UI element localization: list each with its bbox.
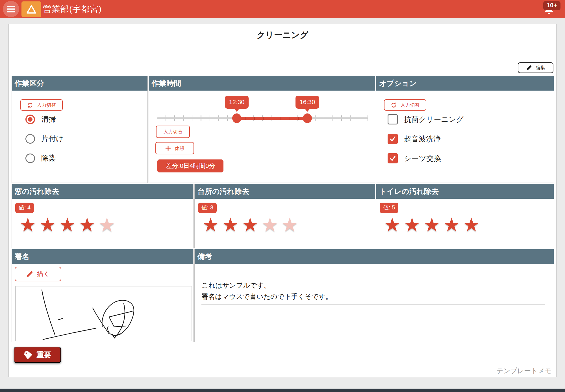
- star-icon[interactable]: ★: [463, 214, 483, 235]
- work-time-input-toggle-button[interactable]: 入力切替: [156, 126, 190, 138]
- star-icon[interactable]: ★: [281, 214, 301, 235]
- page-title: クリーニング: [9, 29, 556, 41]
- refresh-icon: [391, 102, 397, 108]
- app-title: 営業部(宇都宮): [43, 0, 102, 18]
- star-icon[interactable]: ★: [384, 214, 403, 235]
- work-category-input-toggle-button[interactable]: 入力切替: [20, 99, 63, 111]
- star-icon[interactable]: ★: [79, 214, 98, 235]
- time-diff-badge: 差分:0日4時間0分: [157, 159, 223, 172]
- draw-signature-label: 描く: [37, 270, 50, 278]
- time-start-tooltip: 12:30: [225, 96, 249, 109]
- checkbox-icon: [388, 153, 398, 163]
- app-bar: 営業部(宇都宮) 10+: [0, 0, 565, 18]
- radio-josen-label: 除染: [41, 153, 56, 163]
- important-tag-button[interactable]: 重要: [14, 347, 61, 363]
- bottom-bar: [0, 389, 565, 392]
- draw-signature-button[interactable]: 描く: [15, 267, 61, 281]
- star-icon[interactable]: ★: [423, 214, 443, 235]
- rating-window-title: 窓の汚れ除去: [12, 184, 193, 199]
- time-end-value: 16:30: [299, 98, 315, 106]
- section-rating-toilet: トイレの汚れ除去 値: 5 ★★★★★: [376, 184, 554, 248]
- star-icon[interactable]: ★: [202, 214, 222, 235]
- plus-icon: [165, 145, 171, 151]
- check-icon: [389, 155, 396, 162]
- star-icon[interactable]: ★: [19, 214, 39, 235]
- rating-kitchen-stars[interactable]: ★★★★★: [202, 215, 301, 234]
- rating-kitchen-title: 台所の汚れ除去: [195, 184, 375, 199]
- star-icon[interactable]: ★: [261, 214, 281, 235]
- options-input-toggle-label: 入力切替: [401, 102, 420, 108]
- important-tag-label: 重要: [37, 350, 51, 360]
- time-start-value: 12:30: [229, 98, 244, 106]
- remarks-text[interactable]: これはサンプルです。 署名はマウスで書いたので下手くそです。: [201, 280, 332, 302]
- time-slider-end-handle[interactable]: [303, 113, 312, 123]
- star-icon[interactable]: ★: [222, 214, 242, 235]
- rating-toilet-title: トイレの汚れ除去: [376, 184, 554, 199]
- radio-icon: [25, 134, 35, 144]
- checkbox-chouonpa-senjou[interactable]: 超音波洗浄: [388, 134, 441, 144]
- app-logo[interactable]: [21, 1, 41, 17]
- radio-icon: [25, 154, 35, 163]
- section-rating-kitchen: 台所の汚れ除去 値: 3 ★★★★★: [194, 184, 375, 248]
- rating-window-stars[interactable]: ★★★★★: [19, 215, 118, 234]
- section-remarks-title: 備考: [195, 249, 554, 264]
- edit-button-label: 編集: [536, 65, 545, 71]
- time-end-tooltip: 16:30: [295, 96, 319, 109]
- rating-toilet-value-badge: 値: 5: [380, 203, 398, 213]
- section-signature: 署名 描く: [12, 249, 194, 342]
- section-signature-title: 署名: [12, 249, 193, 264]
- remarks-line-1: これはサンプルです。: [201, 280, 332, 291]
- refresh-icon: [27, 102, 33, 108]
- add-break-button[interactable]: 休憩: [155, 142, 194, 154]
- checkbox-icon: [388, 134, 398, 144]
- triangle-logo-icon: [26, 5, 37, 14]
- signature-canvas[interactable]: [15, 286, 192, 341]
- star-icon[interactable]: ★: [242, 214, 261, 235]
- star-icon[interactable]: ★: [403, 214, 423, 235]
- section-options-title: オプション: [376, 76, 554, 91]
- radio-josen[interactable]: 除染: [25, 153, 56, 163]
- checkbox-icon: [388, 114, 398, 124]
- checkbox-koukin-cleaning[interactable]: 抗菌クリーニング: [388, 114, 464, 124]
- section-work-time: 作業時間 12:30 16:30 入力切替 休憩 差分:0日4時間0分: [149, 76, 375, 183]
- radio-seisou[interactable]: 清掃: [25, 114, 56, 124]
- section-rating-window: 窓の汚れ除去 値: 4 ★★★★★: [12, 184, 194, 248]
- star-icon[interactable]: ★: [98, 214, 118, 235]
- radio-katazuke[interactable]: 片付け: [25, 134, 64, 144]
- section-work-category: 作業区分 入力切替 清掃 片付け 除染: [12, 76, 148, 183]
- checkbox-koukin-label: 抗菌クリーニング: [404, 115, 464, 124]
- section-options: オプション 入力切替 抗菌クリーニング 超: [376, 76, 554, 183]
- rating-window-value-badge: 値: 4: [15, 203, 34, 213]
- signature-drawing: [16, 286, 192, 341]
- options-input-toggle-button[interactable]: 入力切替: [384, 99, 426, 111]
- radio-icon: [25, 115, 35, 124]
- checkbox-sheets-label: シーツ交換: [404, 154, 441, 163]
- template-memo-label: テンプレートメモ: [496, 366, 552, 375]
- section-work-category-title: 作業区分: [12, 76, 147, 91]
- check-icon: [389, 135, 396, 142]
- radio-seisou-label: 清掃: [41, 114, 56, 124]
- work-category-input-toggle-label: 入力切替: [37, 102, 56, 108]
- star-icon[interactable]: ★: [443, 214, 463, 235]
- notification-count-badge[interactable]: 10+: [543, 1, 560, 10]
- hamburger-menu-button[interactable]: [3, 1, 19, 17]
- star-icon[interactable]: ★: [39, 214, 59, 235]
- edit-button[interactable]: 編集: [518, 62, 553, 73]
- rating-kitchen-value-badge: 値: 3: [198, 203, 217, 213]
- pencil-icon: [526, 65, 532, 71]
- rating-toilet-stars[interactable]: ★★★★★: [384, 215, 483, 234]
- checkbox-sheets-koukan[interactable]: シーツ交換: [388, 153, 441, 163]
- section-work-time-title: 作業時間: [149, 76, 375, 91]
- remarks-underline: [201, 305, 545, 305]
- work-time-input-toggle-label: 入力切替: [163, 129, 182, 135]
- pencil-icon: [26, 271, 33, 277]
- hamburger-icon: [7, 6, 15, 12]
- add-break-label: 休憩: [175, 145, 184, 152]
- radio-katazuke-label: 片付け: [41, 134, 64, 144]
- time-slider-start-handle[interactable]: [232, 113, 241, 123]
- tag-icon: [24, 351, 32, 359]
- star-icon[interactable]: ★: [59, 214, 79, 235]
- section-remarks: 備考 これはサンプルです。 署名はマウスで書いたので下手くそです。: [194, 249, 554, 342]
- checkbox-chouonpa-label: 超音波洗浄: [404, 134, 441, 144]
- template-card: クリーニング 編集 作業区分 入力切替 清掃 片付け 除: [8, 24, 557, 377]
